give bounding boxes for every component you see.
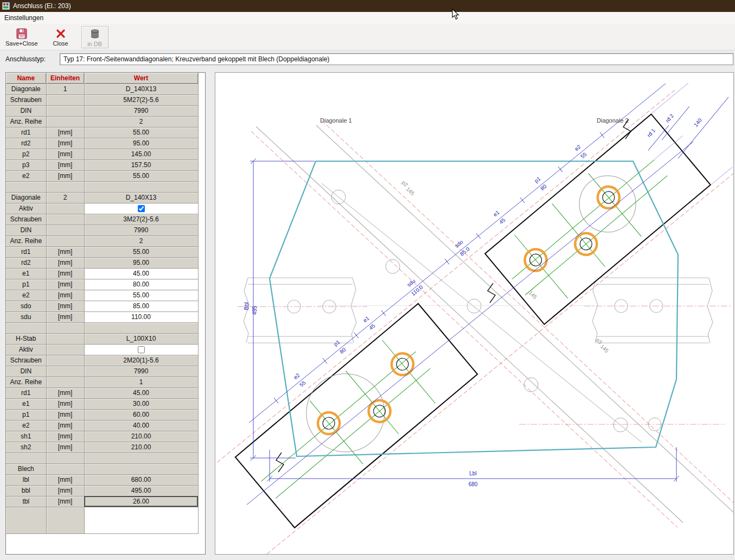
param-name-cell: e2 bbox=[6, 290, 46, 301]
param-value-cell[interactable]: 26.00 bbox=[84, 496, 198, 507]
param-unit-cell bbox=[46, 203, 84, 214]
param-value-cell: 680.00 bbox=[84, 474, 198, 485]
dim-label: e1 bbox=[492, 209, 501, 218]
param-unit-cell: 1 bbox=[46, 84, 84, 94]
dim-label: e2 bbox=[292, 372, 301, 380]
mouse-cursor bbox=[452, 9, 459, 21]
param-unit-cell bbox=[46, 507, 84, 533]
param-value-cell[interactable]: 80.00 bbox=[84, 279, 198, 290]
table-row: e2[mm]55.00 bbox=[6, 290, 198, 301]
diagonale1-label: Diagonale 1 bbox=[320, 117, 352, 124]
table-row: Diagonale2D_140X13 bbox=[6, 192, 198, 203]
param-value-cell[interactable]: 55.00 bbox=[84, 290, 198, 301]
database-icon bbox=[90, 27, 100, 41]
close-button[interactable]: Close bbox=[48, 26, 74, 47]
param-value-cell: 2 bbox=[84, 116, 198, 127]
param-name-cell: Anz. Reihe bbox=[6, 116, 46, 127]
param-name-cell: rd2 bbox=[6, 138, 46, 149]
menu-einstellungen[interactable]: Einstellungen bbox=[0, 13, 48, 23]
anschlusstyp-row: Anschlusstyp: Typ 17: Front-/Seitenwandd… bbox=[0, 50, 735, 70]
param-unit-cell bbox=[46, 116, 84, 127]
param-value-cell: 55.00 bbox=[84, 246, 198, 257]
param-value-cell: 495.00 bbox=[84, 485, 198, 496]
table-row: rd2[mm]95.00 bbox=[6, 138, 198, 149]
table-row: bbl[mm]495.00 bbox=[6, 485, 198, 496]
table-row bbox=[6, 181, 198, 192]
table-row: DIN7990 bbox=[6, 225, 198, 236]
param-name-cell bbox=[6, 507, 46, 533]
param-value-cell[interactable]: 85.00 bbox=[84, 301, 198, 311]
param-unit-cell: [mm] bbox=[46, 138, 84, 149]
in-db-button[interactable]: in DB bbox=[81, 26, 108, 48]
save-close-label: Save+Close bbox=[5, 40, 38, 47]
param-unit-cell: [mm] bbox=[46, 170, 84, 181]
param-value-cell[interactable]: 45.00 bbox=[84, 268, 198, 279]
param-value-cell: 60.00 bbox=[84, 409, 198, 420]
table-row: sdo[mm]85.00 bbox=[6, 301, 198, 311]
drawing-canvas: e2 55 p1 80 e1 45 sdo 85.0 sdu 110.0 e1 … bbox=[215, 73, 733, 554]
aktiv-checkbox[interactable] bbox=[138, 346, 145, 353]
param-unit-cell: [mm] bbox=[46, 474, 84, 485]
table-row: DIN7990 bbox=[6, 105, 198, 116]
param-value-cell: 2 bbox=[84, 236, 198, 246]
dim-label: e1 bbox=[362, 315, 370, 323]
save-icon bbox=[16, 27, 28, 40]
param-unit-cell bbox=[46, 225, 84, 236]
param-value-cell[interactable] bbox=[84, 203, 198, 214]
dim-label: 45 bbox=[368, 322, 376, 331]
table-row: p3[mm]157.50 bbox=[6, 160, 198, 170]
param-name-cell: Blech bbox=[6, 463, 46, 474]
param-value-cell[interactable] bbox=[84, 344, 198, 355]
param-unit-cell bbox=[46, 333, 84, 344]
param-unit-cell: [mm] bbox=[46, 301, 84, 311]
param-name-cell: Anz. Reihe bbox=[6, 377, 46, 387]
param-value-cell: 7990 bbox=[84, 366, 198, 377]
table-row: Blech bbox=[6, 463, 198, 474]
param-unit-cell bbox=[46, 181, 84, 192]
param-table-body: Diagonale1D_140X13Schrauben5M27(2)-5.6DI… bbox=[6, 84, 198, 533]
app-icon bbox=[2, 2, 10, 10]
toolbar: Save+Close Close in DB bbox=[0, 24, 735, 50]
close-label: Close bbox=[53, 40, 68, 47]
parameter-table-panel: Name Einheiten Wert Diagonale1D_140X13Sc… bbox=[5, 72, 206, 555]
param-name-cell: rd1 bbox=[6, 246, 46, 257]
param-value-cell[interactable] bbox=[84, 507, 198, 533]
param-value-cell[interactable]: 110.00 bbox=[84, 311, 198, 322]
param-name-cell: Schrauben bbox=[6, 214, 46, 225]
param-unit-cell bbox=[46, 236, 84, 246]
window-title: Anschluss (El.: 203) bbox=[13, 2, 71, 10]
param-name-cell: p1 bbox=[6, 279, 46, 290]
dim-label: 55 bbox=[579, 151, 588, 160]
param-name-cell: sdu bbox=[6, 311, 46, 322]
table-row: Aktiv bbox=[6, 344, 198, 355]
param-unit-cell: [mm] bbox=[46, 279, 84, 290]
drawing-panel[interactable]: e2 55 p1 80 e1 45 sdo 85.0 sdu 110.0 e1 … bbox=[215, 72, 734, 555]
dim-label: 45 bbox=[498, 217, 507, 225]
table-row bbox=[6, 507, 198, 533]
param-name-cell: sh1 bbox=[6, 431, 46, 442]
param-value-cell bbox=[84, 453, 198, 463]
table-row: Schrauben2M20(1)-5.6 bbox=[6, 355, 198, 366]
anschlusstyp-label: Anschlusstyp: bbox=[5, 55, 46, 63]
save-close-button[interactable]: Save+Close bbox=[3, 26, 40, 47]
param-unit-cell: [mm] bbox=[46, 398, 84, 409]
table-row: H-StabL_100X10 bbox=[6, 333, 198, 344]
aktiv-checkbox[interactable] bbox=[138, 205, 145, 212]
header-einheiten: Einheiten bbox=[46, 73, 84, 84]
param-value-cell: 1 bbox=[84, 377, 198, 387]
dim-label: 495 bbox=[252, 306, 258, 315]
anschlusstyp-field[interactable]: Typ 17: Front-/Seitenwanddiagonalen; Kre… bbox=[60, 53, 733, 65]
param-name-cell: H-Stab bbox=[6, 333, 46, 344]
param-value-cell: D_140X13 bbox=[84, 192, 198, 203]
param-value-cell: 5M27(2)-5.6 bbox=[84, 94, 198, 105]
param-unit-cell: [mm] bbox=[46, 257, 84, 268]
param-name-cell: rd2 bbox=[6, 257, 46, 268]
dim-label: 80 bbox=[338, 346, 347, 355]
param-name-cell: Aktiv bbox=[6, 203, 46, 214]
param-value-cell: 145.00 bbox=[84, 149, 198, 160]
param-name-cell: rd1 bbox=[6, 387, 46, 398]
param-name-cell: e2 bbox=[6, 170, 46, 181]
dim-label: 80 bbox=[539, 183, 548, 192]
table-row: Aktiv bbox=[6, 203, 198, 214]
param-value-cell bbox=[84, 322, 198, 333]
